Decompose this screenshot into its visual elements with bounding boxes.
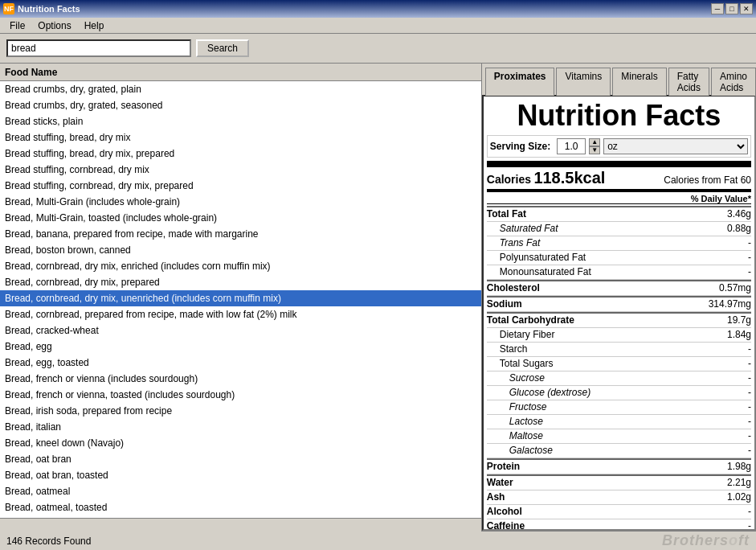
search-bar: Search — [0, 34, 756, 63]
nutrient-name: Cholesterol — [487, 282, 540, 294]
horizontal-scrollbar[interactable] — [0, 518, 481, 531]
list-item[interactable]: Bread, oatmeal — [0, 483, 481, 499]
list-item[interactable]: Bread, Multi-Grain (includes whole-grain… — [0, 194, 481, 210]
nutrient-row: Trans Fat- — [487, 236, 751, 251]
list-item[interactable]: Bread stuffing, cornbread, dry mix, prep… — [0, 178, 481, 194]
list-item[interactable]: Bread stuffing, bread, dry mix — [0, 129, 481, 146]
serving-spinner[interactable]: ▲ ▼ — [589, 138, 600, 154]
list-item[interactable]: Bread stuffing, cornbread, dry mix — [0, 162, 481, 178]
nutrient-name: Sucrose — [487, 372, 545, 384]
nutrient-row: Lactose- — [487, 415, 751, 429]
title-bar: NF Nutrition Facts ─ □ ✕ — [0, 0, 756, 18]
nutrient-row: Maltose- — [487, 429, 751, 444]
nutrient-value: 1.84g — [727, 329, 751, 341]
search-button[interactable]: Search — [196, 39, 249, 57]
watermark: Brothersoft — [662, 532, 750, 549]
list-item[interactable]: Bread crumbs, dry, grated, seasoned — [0, 97, 481, 113]
nutrient-name: Water — [487, 477, 513, 489]
tab-content[interactable]: Nutrition Facts Serving Size: ▲ ▼ oz Cal… — [482, 95, 756, 531]
nutrient-row: Monounsaturated Fat- — [487, 265, 751, 280]
search-input[interactable] — [6, 39, 191, 57]
nutrient-row: Alcohol- — [487, 505, 751, 519]
list-item[interactable]: Bread, kneel down (Navajo) — [0, 435, 481, 451]
nutrient-value: 314.97mg — [709, 298, 751, 310]
list-item[interactable]: Bread, italian — [0, 419, 481, 435]
nutrient-row: Total Fat3.46g — [487, 206, 751, 222]
nutrient-name: Total Carbohydrate — [487, 314, 574, 326]
list-item[interactable]: Bread, cornbread, prepared from recipe, … — [0, 306, 481, 322]
spin-down[interactable]: ▼ — [589, 146, 600, 154]
list-item[interactable]: Bread, egg, toasted — [0, 355, 481, 371]
nutrient-value: 1.02g — [727, 491, 751, 503]
list-item[interactable]: Bread, french or vienna, toasted (includ… — [0, 387, 481, 403]
nutrient-name: Protein — [487, 461, 520, 473]
nutrient-value: - — [748, 343, 751, 355]
list-item[interactable]: Bread stuffing, bread, dry mix, prepared — [0, 146, 481, 162]
serving-size-input[interactable] — [557, 138, 586, 154]
nutrient-name: Starch — [487, 343, 528, 355]
menu-options[interactable]: Options — [31, 18, 77, 33]
spin-up[interactable]: ▲ — [589, 138, 600, 146]
list-item[interactable]: Bread, cornbread, dry mix, unenriched (i… — [0, 290, 481, 306]
list-item[interactable]: Bread, oatmeal, toasted — [0, 499, 481, 515]
nutrient-name: Caffeine — [487, 520, 525, 531]
food-list: Bread crumbs, dry, grated, plainBread cr… — [0, 81, 481, 518]
window-title: Nutrition Facts — [18, 4, 80, 14]
serving-label: Serving Size: — [490, 141, 550, 152]
menu-file[interactable]: File — [3, 18, 31, 33]
main-content: Food Name Bread crumbs, dry, grated, pla… — [0, 63, 756, 531]
nutrient-row: Protein1.98g — [487, 458, 751, 474]
list-item[interactable]: Bread, oat bran, toasted — [0, 467, 481, 483]
nutrition-title: Nutrition Facts — [487, 100, 751, 132]
restore-button[interactable]: □ — [725, 3, 738, 14]
list-item[interactable]: Bread, cracked-wheat — [0, 322, 481, 339]
minimize-button[interactable]: ─ — [711, 3, 724, 14]
nutrient-value: 0.57mg — [719, 282, 751, 294]
nutrient-row: Saturated Fat0.88g — [487, 222, 751, 236]
nutrient-row: Galactose- — [487, 444, 751, 458]
close-button[interactable]: ✕ — [740, 3, 753, 14]
food-list-container[interactable]: Bread crumbs, dry, grated, plainBread cr… — [0, 81, 481, 518]
nutrient-value: 19.7g — [727, 314, 751, 326]
list-item[interactable]: Bread crumbs, dry, grated, plain — [0, 81, 481, 97]
nutrient-value: 0.88g — [727, 223, 751, 235]
tabs-container: ProximatesVitaminsMineralsFatty AcidsAmi… — [482, 64, 756, 95]
list-item[interactable]: Bread, banana, prepared from recipe, mad… — [0, 226, 481, 242]
list-item[interactable]: Bread, cornbread, dry mix, prepared — [0, 274, 481, 290]
tab-minerals[interactable]: Minerals — [612, 68, 666, 96]
nutrient-value: - — [748, 237, 751, 249]
list-item[interactable]: Bread, boston brown, canned — [0, 242, 481, 258]
nutrient-row: Water2.21g — [487, 474, 751, 490]
nutrient-value: - — [748, 445, 751, 457]
list-item[interactable]: Bread, irish soda, prepared from recipe — [0, 403, 481, 419]
nutrient-value: - — [748, 401, 751, 413]
nutrient-value: 2.21g — [727, 477, 751, 489]
calories-label: Calories — [487, 173, 531, 186]
list-item[interactable]: Bread sticks, plain — [0, 113, 481, 129]
list-item[interactable]: Bread, oat bran — [0, 451, 481, 467]
nutrient-row: Caffeine- — [487, 519, 751, 531]
nutrient-name: Lactose — [487, 416, 543, 428]
nutrient-name: Ash — [487, 491, 505, 503]
tab-fatty-acids[interactable]: Fatty Acids — [668, 68, 709, 96]
list-item[interactable]: Bread, egg — [0, 339, 481, 355]
nutrient-name: Monounsaturated Fat — [487, 266, 591, 278]
nutrient-value: - — [748, 520, 751, 531]
nutrient-value: - — [748, 416, 751, 428]
serving-row: Serving Size: ▲ ▼ oz — [487, 135, 751, 158]
list-item[interactable]: Bread, french or vienna (includes sourdo… — [0, 371, 481, 387]
unit-select[interactable]: oz — [603, 138, 748, 154]
calories-from-fat-label: Calories from Fat — [664, 174, 738, 186]
nutrient-row: Sodium314.97mg — [487, 296, 751, 312]
calories-row: Calories 118.5kcal Calories from Fat 60 — [487, 161, 751, 192]
menu-help[interactable]: Help — [78, 18, 111, 33]
nutrient-value: - — [748, 372, 751, 384]
nutrient-name: Total Sugars — [487, 358, 554, 370]
nutrient-rows: Total Fat3.46gSaturated Fat0.88gTrans Fa… — [487, 206, 751, 531]
tab-amino-acids[interactable]: Amino Acids — [711, 68, 756, 96]
list-item[interactable]: Bread, pita, white, enriched — [0, 515, 481, 518]
tab-proximates[interactable]: Proximates — [485, 68, 555, 96]
list-item[interactable]: Bread, Multi-Grain, toasted (includes wh… — [0, 210, 481, 226]
tab-vitamins[interactable]: Vitamins — [556, 68, 611, 96]
list-item[interactable]: Bread, cornbread, dry mix, enriched (inc… — [0, 258, 481, 274]
